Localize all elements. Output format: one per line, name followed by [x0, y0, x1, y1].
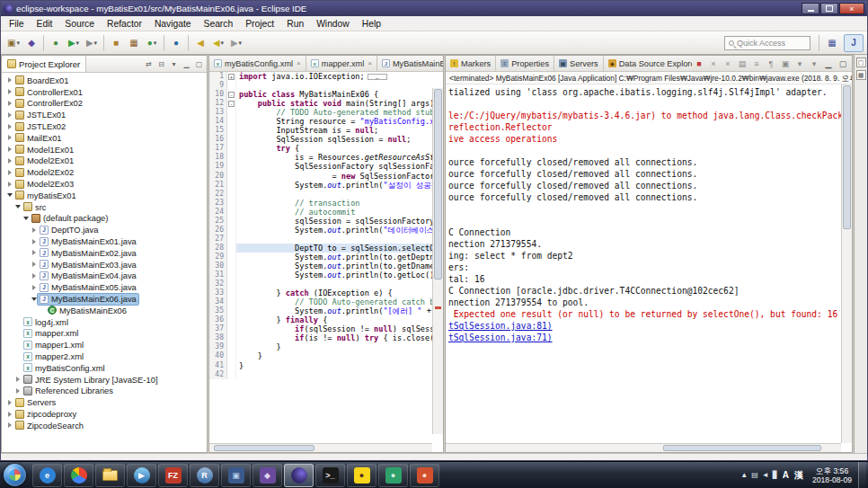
- taskbar-media-player-button[interactable]: ▶: [127, 464, 156, 487]
- tree-collapsed-arrow-icon[interactable]: [13, 376, 22, 384]
- line-number[interactable]: 33: [209, 288, 227, 297]
- ime-indicator-1[interactable]: 漢: [794, 469, 803, 482]
- new-class-button[interactable]: ●▾: [143, 34, 161, 52]
- taskbar-purple-app-button[interactable]: ◆: [252, 464, 282, 487]
- tree-item-mybatisex01[interactable]: myBatisEx01: [2, 190, 207, 201]
- code-line-13[interactable]: 13 // TODO Auto-generated method stub: [209, 108, 432, 117]
- tree-item-mybatisconfig-xml[interactable]: xmyBatisConfig.xml: [2, 362, 207, 374]
- editor-scroll-thumb[interactable]: [434, 89, 442, 279]
- tab-data-source-explorer[interactable]: ◆Data Source Explorer: [604, 56, 692, 71]
- tree-item-log4j-xml[interactable]: xlog4j.xml: [2, 316, 207, 328]
- word-wrap-button[interactable]: ¶: [765, 58, 777, 70]
- close-tab-icon[interactable]: ×: [368, 59, 372, 67]
- editor-tab-mybatisconfig-xml[interactable]: xmyBatisConfig.xml×: [209, 56, 306, 71]
- network-icon[interactable]: ▊: [773, 471, 778, 479]
- tree-item-mybatismainex06-java[interactable]: JMyBatisMainEx06.java: [2, 293, 207, 305]
- scroll-lock-button[interactable]: ≡: [750, 58, 763, 70]
- tree-item-zipcodeproxy[interactable]: zipcodeproxy: [2, 408, 207, 420]
- code-line-23[interactable]: 23 // transaction: [209, 199, 432, 208]
- code-line-39[interactable]: 39 }: [209, 342, 432, 351]
- code-line-29[interactable]: 29 System.out.println(to.getDeptn: [209, 253, 432, 262]
- volume-icon[interactable]: ◄: [762, 471, 769, 479]
- tree-collapsed-arrow-icon[interactable]: [5, 180, 13, 188]
- code-line-31[interactable]: 31 System.out.println(to.getLoc(): [209, 271, 432, 279]
- stack-trace-link[interactable]: tSqlSession.java:71): [448, 332, 841, 343]
- collapsed-code-icon[interactable]: …: [368, 74, 387, 80]
- show-desktop-button[interactable]: [858, 462, 866, 488]
- maximize-view-icon[interactable]: ▢: [193, 58, 205, 70]
- tree-expanded-arrow-icon[interactable]: [13, 203, 22, 211]
- line-number[interactable]: 34: [209, 297, 227, 306]
- code-line-15[interactable]: 15 InputStream is = null;: [209, 126, 432, 135]
- tree-item-mapper1-xml[interactable]: xmapper1.xml: [2, 339, 207, 350]
- quick-access-box[interactable]: Quick Access: [724, 36, 810, 50]
- tree-item-mybatismainex02-java[interactable]: JMyBatisMainEx02.java: [2, 247, 207, 259]
- new-package-button[interactable]: ▦: [125, 34, 143, 52]
- remove-all-launches-button[interactable]: ×: [722, 58, 734, 70]
- taskbar-clock[interactable]: 오후 3:56 2018-08-09: [812, 466, 852, 484]
- action-center-icon[interactable]: ▤: [751, 471, 758, 479]
- tree-item-boardex01[interactable]: BoardEx01: [2, 75, 207, 86]
- line-number[interactable]: 13: [209, 108, 227, 117]
- line-number[interactable]: 38: [209, 333, 227, 342]
- code-line-22[interactable]: 22: [209, 190, 432, 199]
- tree-item-default-package[interactable]: (default package): [2, 213, 207, 225]
- code-line-30[interactable]: 30 System.out.println(to.getDname: [209, 262, 432, 271]
- tree-item-controllerex01[interactable]: ControllerEx01: [2, 86, 207, 98]
- tree-expanded-arrow-icon[interactable]: [22, 214, 30, 222]
- line-number[interactable]: 12: [209, 99, 227, 108]
- close-button[interactable]: ×: [839, 3, 864, 14]
- forward-button[interactable]: ▶▾: [227, 34, 245, 52]
- tab-servers[interactable]: ▦Servers: [554, 56, 604, 71]
- tab-project-explorer[interactable]: Project Explorer: [2, 56, 86, 72]
- open-console-button[interactable]: ▾: [808, 58, 820, 70]
- code-line-12[interactable]: 12- public static void main(String[] arg…: [209, 99, 432, 108]
- code-line-10[interactable]: 10-public class MyBatisMainEx06 {: [209, 90, 432, 99]
- tree-collapsed-arrow-icon[interactable]: [5, 410, 13, 418]
- open-perspective-button[interactable]: ▦: [822, 34, 842, 52]
- line-number[interactable]: 15: [209, 126, 227, 135]
- tree-item-mapper-xml[interactable]: xmapper.xml: [2, 328, 207, 340]
- tree-item-mybatismainex06[interactable]: CMyBatisMainEx06: [2, 305, 207, 316]
- taskbar-red-app-button[interactable]: ●: [410, 464, 439, 487]
- tree-collapsed-arrow-icon[interactable]: [30, 226, 38, 234]
- menu-search[interactable]: Search: [198, 19, 240, 29]
- maximize-view-button[interactable]: ▢: [837, 58, 849, 70]
- tree-expanded-arrow-icon[interactable]: [30, 295, 38, 303]
- line-number[interactable]: 24: [209, 208, 227, 217]
- menu-file[interactable]: File: [3, 19, 31, 29]
- remove-launch-button[interactable]: ×: [707, 58, 720, 70]
- line-number[interactable]: 28: [209, 244, 227, 253]
- tree-item-jre-system-library-javase-10[interactable]: JRE System Library [JavaSE-10]: [2, 374, 207, 386]
- search-button[interactable]: ●: [167, 34, 185, 52]
- code-line-27[interactable]: 27: [209, 235, 432, 244]
- tray-expand-icon[interactable]: ▲: [740, 471, 748, 479]
- tree-collapsed-arrow-icon[interactable]: [30, 261, 38, 269]
- code-line-21[interactable]: 21 System.out.println("설정이 성공적으: [209, 181, 432, 190]
- code-line-34[interactable]: 34 // TODO Auto-generated catch b: [209, 297, 432, 306]
- java-ee-perspective-button[interactable]: J: [844, 34, 864, 52]
- taskbar-file-explorer-button[interactable]: [95, 464, 125, 487]
- tree-item-model1ex01[interactable]: Model1Ex01: [2, 144, 207, 155]
- taskbar-kakaotalk-button[interactable]: ●: [347, 464, 376, 487]
- line-number[interactable]: 41: [209, 361, 227, 370]
- minimize-view-button[interactable]: ▁: [822, 58, 835, 70]
- tree-item-servers[interactable]: Servers: [2, 396, 207, 408]
- line-number[interactable]: 31: [209, 271, 227, 279]
- menu-navigate[interactable]: Navigate: [148, 19, 198, 29]
- line-number[interactable]: 22: [209, 190, 227, 199]
- line-number[interactable]: 18: [209, 153, 227, 162]
- code-line-20[interactable]: 20 = new SqlSessionFactoryBui: [209, 172, 432, 181]
- new-java-project-button[interactable]: ■: [107, 34, 125, 52]
- code-line-36[interactable]: 36 } finally {: [209, 315, 432, 324]
- tree-item-jstlex02[interactable]: JSTLEx02: [2, 120, 207, 132]
- tab-markers[interactable]: !Markers: [446, 56, 496, 71]
- start-button[interactable]: [4, 464, 26, 486]
- ime-indicator-0[interactable]: A: [783, 470, 789, 480]
- editor-tab-mybatismainex05-java[interactable]: JMyBatisMainEx05.java×: [377, 56, 443, 71]
- tree-collapsed-arrow-icon[interactable]: [5, 99, 13, 107]
- tree-item-mybatismainex03-java[interactable]: JMyBatisMainEx03.java: [2, 259, 207, 271]
- editor-hscroll-thumb[interactable]: [214, 445, 314, 451]
- taskbar-blue-app-button[interactable]: ▣: [221, 464, 251, 487]
- menu-refactor[interactable]: Refactor: [101, 19, 148, 29]
